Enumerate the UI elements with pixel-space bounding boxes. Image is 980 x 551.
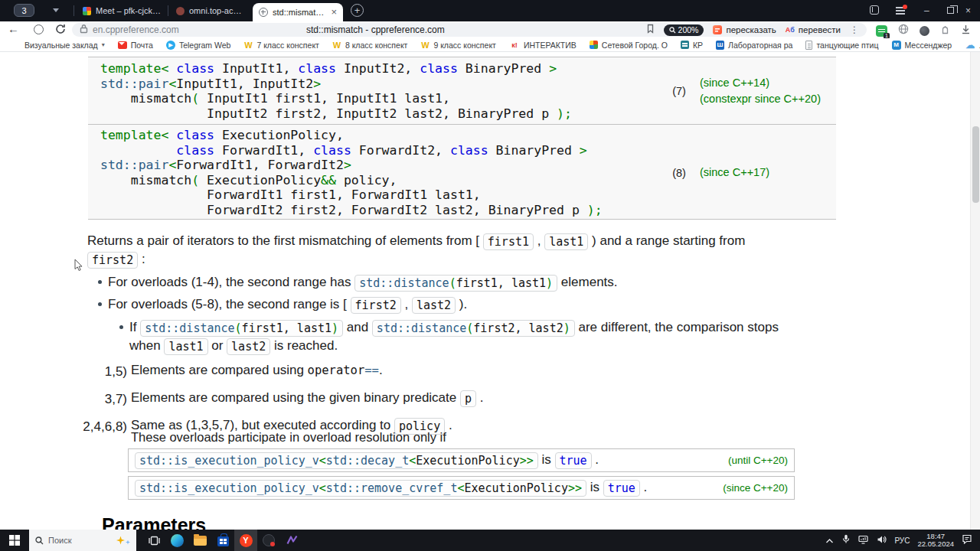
returns-paragraph: Returns a pair of iterators to the first… [87,232,861,269]
code-line: mismatch( ExecutionPolicy&& policy, [100,173,658,188]
reload-icon[interactable] [55,24,66,37]
cloud-blue-favicon [965,41,975,50]
recorder-taskbar-icon[interactable] [257,530,280,551]
circle-nav-icon[interactable] [34,24,44,34]
task-view-button[interactable] [142,530,165,551]
bookmark-label: 7 класс конспект [256,41,319,50]
downloads-icon[interactable] [961,24,971,37]
inline-code-chip: std::distance(first1, last1) [354,275,557,292]
code-link[interactable]: std::is_execution_policy_v [139,454,319,468]
code-line: mismatch( InputIt1 first1, InputIt1 last… [100,91,658,106]
text-token: InputIt1, [214,61,298,76]
text-token: elements. [557,275,617,289]
text-token: true [608,481,635,495]
window-restore-button[interactable] [947,7,954,14]
window-minimize-button[interactable]: – [924,5,929,16]
text-token: ( [235,321,242,335]
display-network-icon[interactable] [858,533,869,547]
text-token: first2 [92,253,133,267]
code-link[interactable]: std::is_execution_policy_v [139,481,319,495]
bookmark-item-4[interactable]: 7 класс конспект [243,41,319,50]
window-close-button[interactable]: × [965,5,971,16]
bookmark-item-6[interactable]: 9 класс конспект [420,41,496,50]
back-icon[interactable]: ← [8,22,19,35]
edge-taskbar-icon[interactable] [165,530,188,551]
start-button[interactable] [0,530,29,551]
bookmark-item-13[interactable]: Летние занятия 5 [965,41,980,50]
keyboard-language-indicator[interactable]: РУС [894,536,910,545]
retell-icon [713,25,722,34]
code-line: InputIt2 first2, InputIt2 last2, BinaryP… [100,106,658,122]
code-link[interactable]: std::distance [145,321,234,335]
code-link[interactable]: std::remove_cvref_t [326,481,458,495]
code-link[interactable]: std::distance [359,276,449,290]
file-explorer-taskbar-icon[interactable] [188,530,211,551]
bookmark-label: Визуальные заклад [24,41,98,50]
text-token: ); [587,203,603,217]
bookmark-item-3[interactable]: Telegram Web [166,41,231,50]
yandex-browser-taskbar-icon[interactable]: Y [234,530,257,551]
text-token: For overloads (5-8), the second range is… [108,297,351,311]
tray-chevron-up-icon[interactable] [825,533,834,547]
note-line-2: 3,7)Elements are compared using the give… [75,390,483,409]
bookmark-item-8[interactable]: Сетевой Город. О [590,41,668,50]
bookmark-item-9[interactable]: КР [681,41,703,50]
browser-tab-3[interactable]: std::mismatch - cpprefe× [253,3,343,21]
text-token: . [592,452,599,467]
browser-menu-icon[interactable] [896,7,905,15]
text-token: first2, last2 [473,321,563,335]
page-scrollbar[interactable] [970,52,980,530]
code-link[interactable]: std::distance [377,321,466,335]
bookmark-item-7[interactable]: ИНТЕРАКТИВ [509,41,577,50]
notification-center-icon[interactable] [962,533,972,547]
speaker-icon[interactable] [877,533,887,547]
microphone-icon[interactable] [841,533,851,547]
text-token: class [450,143,488,158]
retell-button[interactable]: пересказать [713,25,776,34]
inline-code-chip: last2 [412,297,456,314]
code-link[interactable]: std::pair [100,158,168,172]
tab-group-counter[interactable]: 3 [14,4,34,17]
browser-tab-1[interactable]: Meet – pfk-cjck-bma [77,2,167,20]
chat-extension-icon[interactable]: 1 [876,25,887,37]
inline-code-chip: std::is_execution_policy_v<std::decay_t<… [135,452,538,469]
text-token: Elements are compared using [131,363,308,377]
translate-button[interactable]: Аб перевести [786,25,841,34]
bookmark-flag-icon[interactable] [646,23,655,37]
bookmark-item-2[interactable]: Почта [118,41,153,50]
text-token: >> [520,454,534,468]
globe-extension-icon[interactable] [898,24,909,37]
omnibox-more-icon[interactable]: ⋮ [850,24,859,35]
code-link[interactable]: std::decay_t [326,454,409,468]
ball-extension-icon[interactable] [920,26,929,36]
windows-taskbar: Поиск Y РУС 18:47 22.05.2024 [0,530,980,551]
browser-tab-2[interactable]: omni.top-academy.ru/#/p [170,2,251,20]
bookmark-item-11[interactable]: танцующие птиц [805,41,878,50]
text-token: ForwardIt2, [351,143,450,158]
tab-list-chevron-button[interactable] [44,4,67,17]
omnibox-page-title: std::mismatch - cppreference.com [306,24,445,35]
scrollbar-thumb[interactable] [972,126,979,203]
bookmark-item-10[interactable]: Лабораторная ра [716,41,792,50]
text-token: last2 [416,298,451,312]
zoom-level-badge[interactable]: 200% [664,24,704,36]
system-tray: РУС 18:47 22.05.2024 [825,533,980,549]
taskbar-clock[interactable]: 18:47 22.05.2024 [917,533,954,549]
text-token: ForwardIt1, ForwardIt2 [176,158,344,172]
address-bar[interactable]: en.cppreference.com std::mismatch - cppr… [72,23,867,37]
bookmark-item-5[interactable]: 8 класс конспект [332,41,408,50]
visual-studio-taskbar-icon[interactable] [280,530,303,551]
code-link[interactable]: std::pair [100,77,168,91]
code-link[interactable]: == [364,364,379,377]
bookmark-item-1[interactable]: Визуальные заклад▾ [24,41,105,50]
text-token [168,128,176,142]
tab-close-icon[interactable]: × [331,8,337,16]
paw-extension-icon[interactable] [940,24,950,37]
microsoft-store-taskbar-icon[interactable] [211,530,234,551]
taskbar-search-box[interactable]: Поиск [29,530,136,551]
new-tab-button[interactable]: + [351,4,364,17]
side-panel-icon[interactable] [870,5,879,15]
code-line: std::pair<ForwardIt1, ForwardIt2> [100,158,658,173]
bookmark-item-12[interactable]: Мессенджер [892,41,952,50]
page-content: template< class InputIt1, class InputIt2… [0,52,980,530]
